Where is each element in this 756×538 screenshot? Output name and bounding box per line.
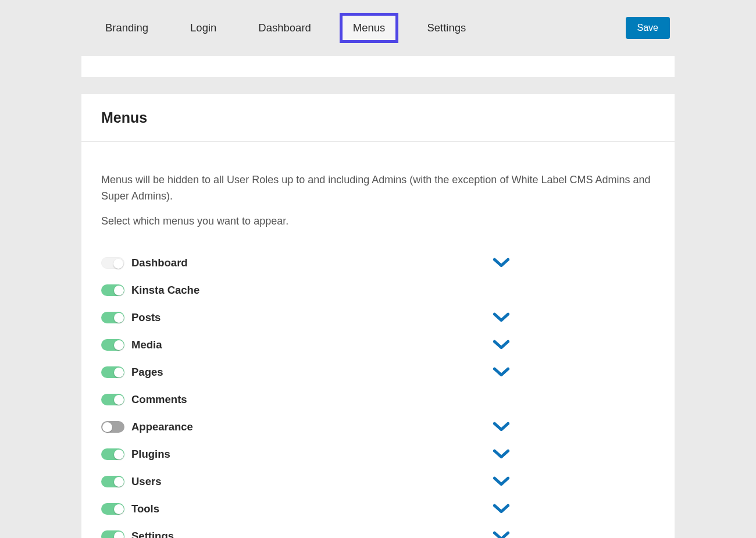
menu-label: Kinsta Cache <box>131 284 493 297</box>
menu-row-settings: Settings <box>101 523 655 538</box>
tab-settings[interactable]: Settings <box>413 13 479 43</box>
menu-row-appearance: Appearance <box>101 414 655 441</box>
menu-label: Users <box>131 475 493 488</box>
menu-row-tools: Tools <box>101 496 655 523</box>
chevron-down-icon[interactable] <box>493 337 509 353</box>
chevron-down-icon[interactable] <box>493 309 509 326</box>
menu-label: Tools <box>131 503 493 515</box>
menu-row-dashboard: Dashboard <box>101 250 655 277</box>
toggle-tools[interactable] <box>101 503 124 515</box>
header-bar: BrandingLoginDashboardMenusSettings Save <box>0 0 756 56</box>
toggle-comments[interactable] <box>101 394 124 405</box>
chevron-down-icon[interactable] <box>493 473 509 490</box>
panel-title: Menus <box>101 109 655 126</box>
panel-header: Menus <box>81 94 675 142</box>
toggle-plugins[interactable] <box>101 448 124 460</box>
tab-branding[interactable]: Branding <box>92 13 162 43</box>
chevron-down-icon[interactable] <box>493 255 509 271</box>
menu-label: Plugins <box>131 448 493 461</box>
menu-row-users: Users <box>101 468 655 496</box>
panel-select-text: Select which menus you want to appear. <box>101 215 655 227</box>
chevron-down-icon[interactable] <box>493 446 509 462</box>
menu-label: Media <box>131 339 493 351</box>
toggle-posts[interactable] <box>101 312 124 323</box>
toggle-users[interactable] <box>101 476 124 487</box>
toggle-pages[interactable] <box>101 366 124 378</box>
chevron-down-icon[interactable] <box>493 501 509 517</box>
tab-dashboard[interactable]: Dashboard <box>245 13 324 43</box>
tab-menus[interactable]: Menus <box>340 13 399 43</box>
menu-list: DashboardKinsta CachePostsMediaPagesComm… <box>101 250 655 538</box>
toggle-settings[interactable] <box>101 530 124 538</box>
toggle-media[interactable] <box>101 339 124 351</box>
menu-label: Appearance <box>131 421 493 433</box>
chevron-placeholder <box>493 391 509 408</box>
toggle-dashboard[interactable] <box>101 257 124 269</box>
toggle-appearance[interactable] <box>101 421 124 433</box>
menu-row-posts: Posts <box>101 304 655 332</box>
chevron-down-icon[interactable] <box>493 364 509 380</box>
chevron-placeholder <box>493 282 509 298</box>
chevron-down-icon[interactable] <box>493 419 509 435</box>
menu-label: Pages <box>131 366 493 379</box>
chevron-down-icon[interactable] <box>493 528 509 538</box>
menu-label: Dashboard <box>131 256 493 269</box>
menus-panel: Menus Menus will be hidden to all User R… <box>81 94 675 538</box>
menu-label: Comments <box>131 393 493 406</box>
tab-list: BrandingLoginDashboardMenusSettings <box>92 13 626 43</box>
save-button[interactable]: Save <box>626 17 670 39</box>
menu-row-comments: Comments <box>101 386 655 414</box>
menu-row-media: Media <box>101 332 655 359</box>
tab-login[interactable]: Login <box>177 13 230 43</box>
menu-label: Settings <box>131 530 493 538</box>
white-strip <box>81 56 675 77</box>
panel-body: Menus will be hidden to all User Roles u… <box>81 142 675 538</box>
menu-row-plugins: Plugins <box>101 441 655 468</box>
menu-label: Posts <box>131 311 493 324</box>
panel-description: Menus will be hidden to all User Roles u… <box>101 172 655 205</box>
toggle-kinsta-cache[interactable] <box>101 284 124 296</box>
menu-row-kinsta-cache: Kinsta Cache <box>101 277 655 304</box>
menu-row-pages: Pages <box>101 359 655 386</box>
